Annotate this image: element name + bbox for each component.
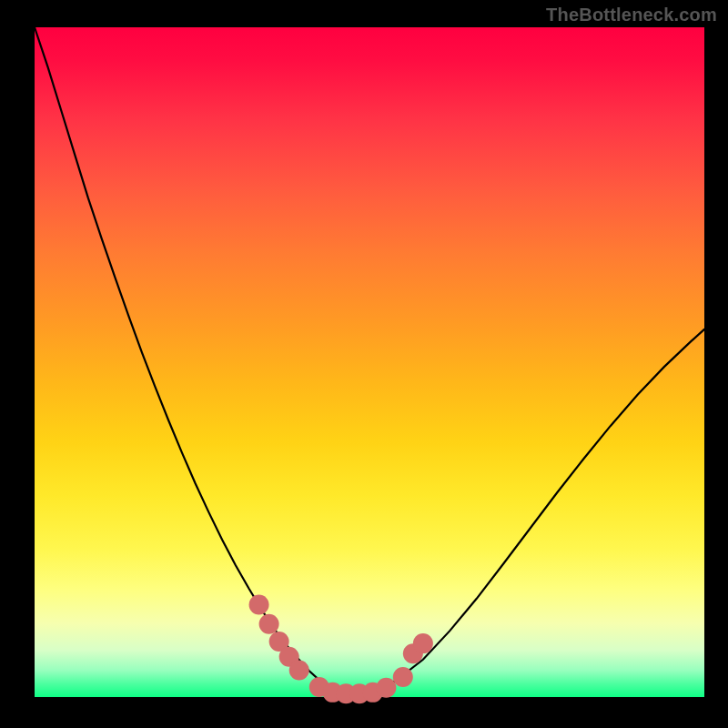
curve-marker xyxy=(249,594,269,614)
curve-marker xyxy=(376,678,396,698)
curve-marker xyxy=(413,633,433,653)
plot-area xyxy=(35,27,704,697)
marker-group xyxy=(249,594,433,703)
watermark-text: TheBottleneck.com xyxy=(546,5,717,24)
curve-marker xyxy=(289,661,309,681)
chart-frame: TheBottleneck.com xyxy=(0,0,728,728)
curve-marker xyxy=(393,667,413,687)
chart-svg xyxy=(35,27,704,697)
bottleneck-curve xyxy=(35,27,704,696)
curve-marker xyxy=(259,614,279,634)
